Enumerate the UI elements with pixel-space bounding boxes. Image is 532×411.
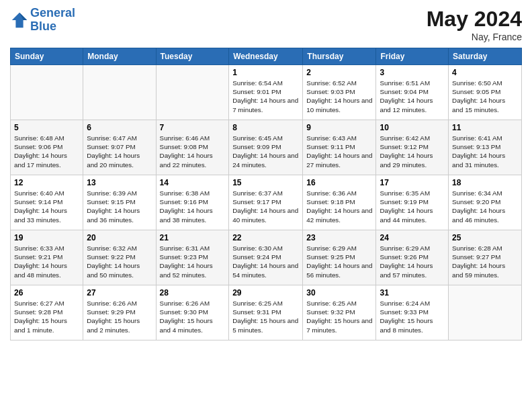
calendar-cell: 1Sunrise: 6:54 AM Sunset: 9:01 PM Daylig… [229,65,303,120]
day-info: Sunrise: 6:47 AM Sunset: 9:07 PM Dayligh… [87,134,152,169]
day-number: 19 [14,233,79,242]
page: General Blue May 2024 Nay, France Sunday… [0,0,532,411]
day-number: 26 [14,288,79,298]
day-number: 6 [87,123,152,132]
day-info: Sunrise: 6:54 AM Sunset: 9:01 PM Dayligh… [232,79,299,114]
day-info: Sunrise: 6:35 AM Sunset: 9:19 PM Dayligh… [380,189,445,224]
day-info: Sunrise: 6:39 AM Sunset: 9:15 PM Dayligh… [87,189,152,224]
day-info: Sunrise: 6:28 AM Sunset: 9:27 PM Dayligh… [452,244,518,279]
day-number: 10 [380,123,445,132]
week-row-3: 12Sunrise: 6:40 AM Sunset: 9:14 PM Dayli… [11,175,522,230]
calendar-cell: 12Sunrise: 6:40 AM Sunset: 9:14 PM Dayli… [11,175,83,230]
calendar-cell [83,65,156,120]
day-number: 27 [87,288,152,298]
week-row-1: 1Sunrise: 6:54 AM Sunset: 9:01 PM Daylig… [11,65,522,120]
calendar-cell: 27Sunrise: 6:26 AM Sunset: 9:29 PM Dayli… [83,285,156,340]
calendar-cell: 13Sunrise: 6:39 AM Sunset: 9:15 PM Dayli… [83,175,156,230]
day-number: 7 [160,123,226,132]
day-number: 11 [452,123,518,132]
day-number: 20 [87,233,152,242]
day-number: 15 [232,178,299,187]
calendar-cell: 10Sunrise: 6:42 AM Sunset: 9:12 PM Dayli… [376,120,449,175]
day-info: Sunrise: 6:33 AM Sunset: 9:21 PM Dayligh… [14,244,79,279]
calendar-cell: 20Sunrise: 6:32 AM Sunset: 9:22 PM Dayli… [83,230,156,285]
day-number: 16 [306,178,372,187]
calendar-cell [449,285,522,340]
day-info: Sunrise: 6:25 AM Sunset: 9:32 PM Dayligh… [306,299,372,334]
logo-text: General Blue [30,7,75,34]
calendar-cell: 17Sunrise: 6:35 AM Sunset: 9:19 PM Dayli… [376,175,449,230]
day-info: Sunrise: 6:50 AM Sunset: 9:05 PM Dayligh… [452,79,518,114]
calendar-cell: 14Sunrise: 6:38 AM Sunset: 9:16 PM Dayli… [156,175,229,230]
week-row-2: 5Sunrise: 6:48 AM Sunset: 9:06 PM Daylig… [11,120,522,175]
day-header-tuesday: Tuesday [156,48,229,65]
day-info: Sunrise: 6:48 AM Sunset: 9:06 PM Dayligh… [14,134,79,169]
day-number: 9 [306,123,372,132]
calendar-cell: 30Sunrise: 6:25 AM Sunset: 9:32 PM Dayli… [303,285,376,340]
location: Nay, France [427,32,522,42]
day-info: Sunrise: 6:43 AM Sunset: 9:11 PM Dayligh… [306,134,372,169]
calendar-cell: 21Sunrise: 6:31 AM Sunset: 9:23 PM Dayli… [156,230,229,285]
day-info: Sunrise: 6:32 AM Sunset: 9:22 PM Dayligh… [87,244,152,279]
calendar-cell: 5Sunrise: 6:48 AM Sunset: 9:06 PM Daylig… [11,120,83,175]
day-header-saturday: Saturday [449,48,522,65]
title-area: May 2024 Nay, France [427,7,522,42]
day-number: 4 [452,68,518,77]
week-row-5: 26Sunrise: 6:27 AM Sunset: 9:28 PM Dayli… [11,285,522,340]
day-number: 2 [306,68,372,77]
day-number: 21 [160,233,226,242]
calendar-cell: 16Sunrise: 6:36 AM Sunset: 9:18 PM Dayli… [303,175,376,230]
day-number: 1 [232,68,299,77]
calendar-body: 1Sunrise: 6:54 AM Sunset: 9:01 PM Daylig… [11,65,522,340]
calendar-cell: 7Sunrise: 6:46 AM Sunset: 9:08 PM Daylig… [156,120,229,175]
calendar-cell: 28Sunrise: 6:26 AM Sunset: 9:30 PM Dayli… [156,285,229,340]
month-title: May 2024 [427,7,522,32]
day-number: 29 [232,288,299,298]
calendar-cell: 31Sunrise: 6:24 AM Sunset: 9:33 PM Dayli… [376,285,449,340]
calendar-cell: 6Sunrise: 6:47 AM Sunset: 9:07 PM Daylig… [83,120,156,175]
day-info: Sunrise: 6:41 AM Sunset: 9:13 PM Dayligh… [452,134,518,169]
day-number: 31 [380,288,445,298]
day-info: Sunrise: 6:25 AM Sunset: 9:31 PM Dayligh… [232,299,299,334]
day-number: 25 [452,233,518,242]
day-header-wednesday: Wednesday [229,48,303,65]
calendar-cell: 8Sunrise: 6:45 AM Sunset: 9:09 PM Daylig… [229,120,303,175]
calendar-header: SundayMondayTuesdayWednesdayThursdayFrid… [11,48,522,65]
calendar-cell: 3Sunrise: 6:51 AM Sunset: 9:04 PM Daylig… [376,65,449,120]
calendar-cell: 9Sunrise: 6:43 AM Sunset: 9:11 PM Daylig… [303,120,376,175]
day-number: 12 [14,178,79,187]
logo: General Blue [10,7,75,34]
calendar-cell: 4Sunrise: 6:50 AM Sunset: 9:05 PM Daylig… [449,65,522,120]
day-info: Sunrise: 6:52 AM Sunset: 9:03 PM Dayligh… [306,79,372,114]
calendar-cell: 15Sunrise: 6:37 AM Sunset: 9:17 PM Dayli… [229,175,303,230]
day-info: Sunrise: 6:31 AM Sunset: 9:23 PM Dayligh… [160,244,226,279]
day-number: 18 [452,178,518,187]
day-header-sunday: Sunday [11,48,83,65]
day-info: Sunrise: 6:26 AM Sunset: 9:30 PM Dayligh… [160,299,226,334]
day-number: 13 [87,178,152,187]
calendar-cell: 11Sunrise: 6:41 AM Sunset: 9:13 PM Dayli… [449,120,522,175]
day-info: Sunrise: 6:38 AM Sunset: 9:16 PM Dayligh… [160,189,226,224]
logo-icon [10,11,29,30]
day-info: Sunrise: 6:29 AM Sunset: 9:26 PM Dayligh… [380,244,445,279]
logo-blue: Blue [30,19,56,33]
calendar-cell: 25Sunrise: 6:28 AM Sunset: 9:27 PM Dayli… [449,230,522,285]
day-number: 5 [14,123,79,132]
day-info: Sunrise: 6:26 AM Sunset: 9:29 PM Dayligh… [87,299,152,334]
week-row-4: 19Sunrise: 6:33 AM Sunset: 9:21 PM Dayli… [11,230,522,285]
day-info: Sunrise: 6:27 AM Sunset: 9:28 PM Dayligh… [14,299,79,334]
day-number: 22 [232,233,299,242]
days-of-week-row: SundayMondayTuesdayWednesdayThursdayFrid… [11,48,522,65]
day-info: Sunrise: 6:24 AM Sunset: 9:33 PM Dayligh… [380,299,445,334]
calendar-cell: 2Sunrise: 6:52 AM Sunset: 9:03 PM Daylig… [303,65,376,120]
day-number: 23 [306,233,372,242]
calendar-cell [156,65,229,120]
calendar-cell: 26Sunrise: 6:27 AM Sunset: 9:28 PM Dayli… [11,285,83,340]
day-info: Sunrise: 6:42 AM Sunset: 9:12 PM Dayligh… [380,134,445,169]
calendar-cell: 19Sunrise: 6:33 AM Sunset: 9:21 PM Dayli… [11,230,83,285]
calendar-cell [11,65,83,120]
day-header-monday: Monday [83,48,156,65]
day-info: Sunrise: 6:45 AM Sunset: 9:09 PM Dayligh… [232,134,299,169]
day-info: Sunrise: 6:30 AM Sunset: 9:24 PM Dayligh… [232,244,299,279]
day-info: Sunrise: 6:40 AM Sunset: 9:14 PM Dayligh… [14,189,79,224]
